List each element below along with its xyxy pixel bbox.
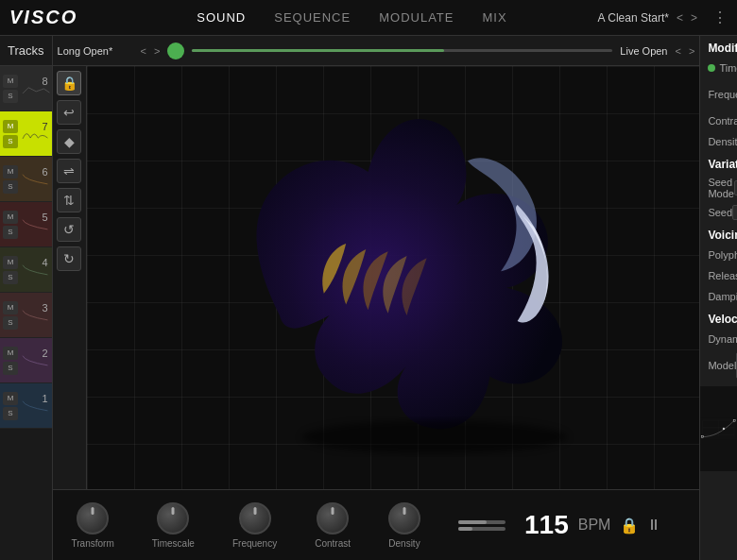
live-next-button[interactable]: > (689, 45, 694, 57)
app-logo: VISCO (9, 7, 77, 28)
visualizer-slider[interactable] (192, 49, 612, 52)
solo-button-6[interactable]: S (3, 180, 18, 194)
tab-mix[interactable]: MIX (482, 7, 506, 28)
release-label: Release (708, 270, 737, 281)
transform-label: Transform (72, 538, 114, 549)
velocity-section-title: Velocity (700, 307, 737, 329)
track-num-3: 3 (42, 302, 47, 314)
track-waveform-4: 4 (21, 253, 52, 287)
tab-modulate[interactable]: MODULATE (379, 7, 454, 28)
solo-button-3[interactable]: S (3, 316, 18, 330)
density-knob[interactable] (388, 502, 420, 535)
seed-mode-row: Seed Mode Frozen (700, 174, 737, 202)
seed-value[interactable]: 266 (732, 205, 737, 220)
flip-h-tool-button[interactable]: ⇌ (57, 159, 81, 183)
bpm-value: 115 (524, 510, 569, 540)
damping-row: Damping 100% (700, 286, 737, 307)
seed-row: Seed 266 (700, 202, 737, 223)
erase-tool-button[interactable]: ◆ (57, 129, 81, 154)
track-num-5: 5 (42, 212, 47, 223)
polyphony-row: Polyphony 1 (700, 245, 737, 265)
center-panel: Long Open* < > Live Open < > 🔒 ↩ ◆ ⇌ ⇅ ↺… (53, 36, 700, 560)
solo-button-7[interactable]: S (3, 135, 18, 148)
transform-knob[interactable] (77, 502, 109, 535)
header: VISCO SOUND SEQUENCE MODULATE MIX A Clea… (0, 0, 737, 36)
track-item-7[interactable]: M S 7 (0, 111, 52, 157)
track-waveform-6: 6 (21, 162, 52, 196)
visualizer-main: 🔒 ↩ ◆ ⇌ ⇅ ↺ ↻ (53, 66, 700, 489)
track-item-4[interactable]: M S 4 (0, 247, 52, 293)
frequency-label: Frequency (232, 538, 277, 549)
mute-button-6[interactable]: M (3, 165, 18, 178)
track-waveform-2: 2 (21, 344, 52, 378)
tab-sound[interactable]: SOUND (197, 7, 246, 28)
contrast-param-label: Contrast (708, 115, 737, 127)
mute-button-4[interactable]: M (3, 256, 18, 269)
contrast-knob-group: Contrast (315, 502, 351, 549)
menu-button[interactable]: ⋮ (712, 8, 728, 26)
model-row: Model Hihat Open (700, 349, 737, 382)
tab-sequence[interactable]: SEQUENCE (274, 7, 351, 28)
track-waveform-5: 5 (21, 208, 52, 242)
visualizer-canvas[interactable] (87, 66, 700, 489)
sidebar-header: Tracks (0, 36, 52, 66)
track-num-1: 1 (42, 393, 47, 404)
frequency-knob[interactable] (239, 502, 271, 535)
preset-area: A Clean Start* < > ⋮ (598, 8, 728, 26)
density-knob-group: Density (388, 502, 420, 549)
velocity-curve[interactable] (700, 386, 737, 471)
live-prev-button[interactable]: < (676, 45, 681, 57)
track-item-1[interactable]: M S 1 (0, 383, 52, 429)
solo-button-4[interactable]: S (3, 271, 18, 284)
mute-button-1[interactable]: M (3, 392, 18, 405)
redo-button[interactable]: ↻ (57, 246, 81, 271)
modify-section-title: Modify (700, 36, 737, 58)
density-label: Density (388, 538, 420, 549)
contrast-knob[interactable] (317, 502, 349, 535)
frequency-param-label: Frequency (708, 89, 737, 100)
solo-button-1[interactable]: S (3, 407, 18, 420)
dynamics-row: Dynamics 27% (700, 329, 737, 349)
preset-prev-button[interactable]: < (677, 11, 683, 25)
pause-icon[interactable]: ⏸ (646, 517, 661, 535)
svg-point-10 (723, 428, 725, 430)
lock-tool-button[interactable]: 🔒 (57, 71, 81, 95)
svg-rect-1 (700, 418, 737, 439)
tracks-label: Tracks (8, 43, 44, 58)
track-item-5[interactable]: M S 5 (0, 202, 52, 247)
timescale-knob[interactable] (157, 502, 189, 535)
brush-tool-button[interactable]: ↩ (57, 100, 81, 125)
bpm-label: BPM (578, 517, 611, 534)
lock-icon[interactable]: 🔒 (620, 517, 639, 535)
blob-visual (144, 94, 681, 470)
track-item-3[interactable]: M S 3 (0, 293, 52, 338)
mute-button-7[interactable]: M (3, 120, 18, 133)
mute-button-8[interactable]: M (3, 75, 18, 88)
nav-tabs: SOUND SEQUENCE MODULATE MIX (106, 7, 597, 28)
mute-button-5[interactable]: M (3, 211, 18, 224)
density-row: Density -72 (700, 131, 737, 152)
visualizer-prev-button[interactable]: < (141, 45, 146, 57)
track-waveform-3: 3 (21, 298, 52, 332)
flip-v-tool-button[interactable]: ⇅ (57, 188, 81, 212)
visualizer-preset-name: Long Open* (58, 45, 133, 57)
track-num-7: 7 (42, 121, 47, 132)
mute-button-3[interactable]: M (3, 301, 18, 314)
play-button[interactable] (167, 42, 184, 59)
solo-button-2[interactable]: S (3, 362, 18, 375)
visualizer-slider-fill (192, 49, 444, 52)
visualizer-next-button[interactable]: > (154, 45, 160, 57)
mute-button-2[interactable]: M (3, 347, 18, 360)
main-layout: Tracks M S 8 M S (0, 36, 737, 560)
track-item-8[interactable]: M S 8 (0, 66, 52, 111)
preset-next-button[interactable]: > (691, 11, 697, 25)
frequency-knob-group: Frequency (232, 502, 277, 549)
track-waveform-8: 8 (21, 72, 52, 106)
frequency-row: Frequency +596 mel (700, 78, 737, 110)
track-item-2[interactable]: M S 2 (0, 338, 52, 383)
undo-button[interactable]: ↺ (57, 217, 81, 242)
track-item-6[interactable]: M S 6 (0, 157, 52, 202)
solo-button-5[interactable]: S (3, 226, 18, 239)
bpm-section: 115 BPM 🔒 ⏸ (458, 510, 680, 540)
solo-button-8[interactable]: S (3, 90, 18, 103)
